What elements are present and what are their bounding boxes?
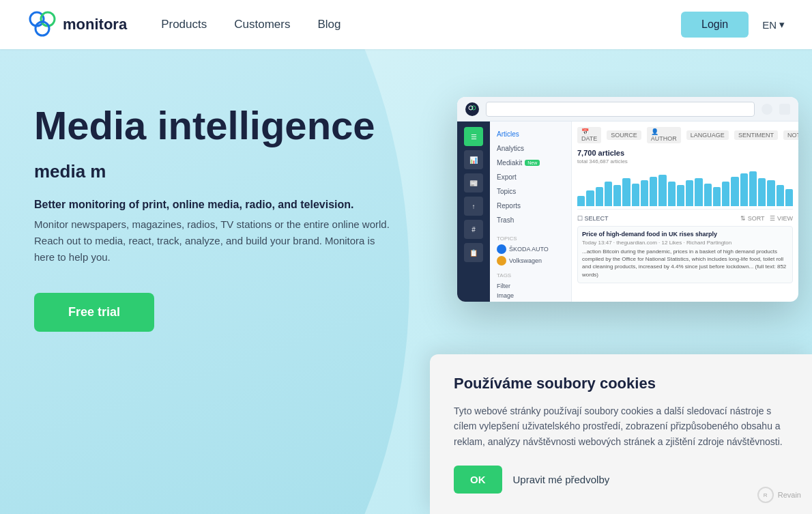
hero-description: Monitor newspapers, magazines, radios, T… [34, 216, 396, 266]
app-nav-mediakit[interactable]: Mediakit New [490, 156, 571, 170]
cookie-buttons: OK Upravit mé předvolby [454, 466, 788, 494]
app-topbar [457, 97, 798, 122]
bar-8 [641, 180, 648, 206]
bar-14 [695, 178, 702, 206]
sort-view-controls: ⇅ SORT ☰ VIEW [740, 215, 793, 222]
article-meta: Today 13:47 · theguardian.com · 12 Likes… [582, 240, 788, 246]
app-nav-reports[interactable]: Reports [490, 199, 571, 213]
hero-desc-bold: Better monitoring of print, online media… [34, 199, 416, 211]
sidebar-topics-icon[interactable]: # [464, 220, 483, 239]
app-search-bar[interactable] [486, 102, 755, 117]
bar-2 [586, 190, 594, 206]
app-sidebar: ☰ 📊 📰 ↑ # 📋 [457, 122, 490, 302]
sort-label[interactable]: ⇅ SORT [740, 215, 764, 222]
filter-notes[interactable]: NOTES [783, 130, 798, 140]
svg-point-4 [472, 106, 476, 110]
bar-16 [713, 187, 721, 206]
app-nav-filter[interactable]: Filter [490, 281, 571, 291]
bar-18 [731, 177, 738, 206]
header: monitora Products Customers Blog Login E… [0, 0, 812, 49]
filter-sentiment[interactable]: SENTIMENT [734, 130, 778, 140]
free-trial-button[interactable]: Free trial [34, 293, 154, 332]
nav-customers[interactable]: Customers [234, 18, 290, 31]
logo[interactable]: monitora [27, 10, 127, 40]
topic-skoda-label: ŠKODA AUTO [509, 246, 549, 253]
bar-9 [650, 177, 657, 206]
bar-7 [632, 184, 639, 206]
app-filters: 📅 DATE SOURCE 👤 AUTHOR LANGUAGE SENTIMEN… [577, 127, 793, 143]
app-nav-topics[interactable]: Topics [490, 184, 571, 199]
sidebar-analytics-icon[interactable]: 📊 [464, 150, 483, 169]
bar-4 [605, 182, 612, 206]
hero-subtitle: media m [34, 161, 416, 182]
results-header: ☐ SELECT ⇅ SORT ☰ VIEW [577, 215, 793, 222]
app-nav: Articles Analytics Mediakit New Export T… [490, 122, 572, 302]
bar-15 [704, 184, 712, 206]
logo-icon [27, 10, 57, 40]
cookie-banner: Používáme soubory cookies Tyto webové st… [430, 354, 812, 514]
app-help-icon [762, 104, 772, 115]
app-nav-articles[interactable]: Articles [490, 127, 571, 141]
bar-21 [758, 178, 766, 206]
app-settings-icon [779, 104, 790, 115]
view-label[interactable]: ☰ VIEW [770, 215, 793, 222]
app-body: ☰ 📊 📰 ↑ # 📋 Articles Analytics Mediakit … [457, 122, 798, 302]
filter-language[interactable]: LANGUAGE [686, 130, 729, 140]
header-right: Login EN ▾ [681, 12, 785, 38]
article-title[interactable]: Price of high-demand food in UK rises sh… [582, 231, 788, 238]
app-screenshot: ☰ 📊 📰 ↑ # 📋 Articles Analytics Mediakit … [457, 97, 798, 302]
login-button[interactable]: Login [681, 12, 749, 38]
revain-badge: R Revain [757, 487, 801, 503]
app-nav-analytics[interactable]: Analytics [490, 141, 571, 156]
revain-icon: R [757, 487, 774, 503]
revain-label: Revain [778, 491, 801, 499]
language-selector[interactable]: EN ▾ [762, 18, 785, 31]
bar-5 [613, 185, 621, 206]
articles-count: 7,700 articles [577, 149, 793, 157]
bar-12 [677, 185, 684, 206]
select-all-label[interactable]: ☐ SELECT [577, 215, 609, 222]
cookie-preferences-button[interactable]: Upravit mé předvolby [513, 474, 610, 485]
topic-skoda-icon [497, 244, 506, 254]
filter-date[interactable]: 📅 DATE [577, 127, 601, 143]
sidebar-export-icon[interactable]: ↑ [464, 197, 483, 216]
sidebar-reports-icon[interactable]: 📋 [464, 243, 483, 262]
filter-author[interactable]: 👤 AUTHOR [647, 127, 681, 143]
article-card: Price of high-demand food in UK rises sh… [577, 226, 793, 283]
app-nav-trash[interactable]: Trash [490, 213, 571, 227]
bar-20 [749, 171, 757, 206]
bar-10 [658, 175, 666, 206]
logo-text: monitora [63, 16, 127, 33]
bar-11 [668, 182, 676, 206]
bar-17 [722, 182, 729, 206]
bar-24 [785, 189, 793, 207]
main-nav: Products Customers Blog [161, 18, 340, 31]
article-snippet: ...action Bitcoin during the pandemic, p… [582, 248, 788, 279]
bar-23 [777, 185, 784, 206]
nav-blog[interactable]: Blog [317, 18, 340, 31]
cookie-title: Používáme soubory cookies [454, 375, 788, 392]
bar-13 [686, 180, 693, 206]
sidebar-media-icon[interactable]: 📰 [464, 173, 483, 192]
bar-19 [740, 173, 748, 206]
app-nav-export[interactable]: Export [490, 170, 571, 184]
topic-vw-icon [497, 256, 506, 266]
header-left: monitora Products Customers Blog [27, 10, 340, 40]
articles-sub: total 346,687 articles [577, 158, 793, 165]
app-nav-image[interactable]: Image [490, 291, 571, 300]
nav-products[interactable]: Products [161, 18, 207, 31]
left-content: Media intelligence media m Better monito… [34, 90, 416, 332]
articles-bar-chart [577, 169, 793, 210]
app-main-area: 📅 DATE SOURCE 👤 AUTHOR LANGUAGE SENTIMEN… [572, 122, 798, 302]
main-content: Media intelligence media m Better monito… [0, 49, 812, 514]
cookie-ok-button[interactable]: OK [454, 466, 502, 494]
lang-label: EN [762, 19, 777, 31]
bar-3 [596, 187, 603, 206]
app-nav-operation[interactable]: Operation and [490, 300, 571, 302]
content-area: Media intelligence media m Better monito… [0, 49, 812, 332]
app-logo-small [465, 102, 479, 116]
bar-22 [767, 180, 774, 206]
filter-source[interactable]: SOURCE [607, 130, 641, 140]
right-content: ☰ 📊 📰 ↑ # 📋 Articles Analytics Mediakit … [457, 90, 798, 302]
sidebar-articles-icon[interactable]: ☰ [464, 127, 483, 146]
